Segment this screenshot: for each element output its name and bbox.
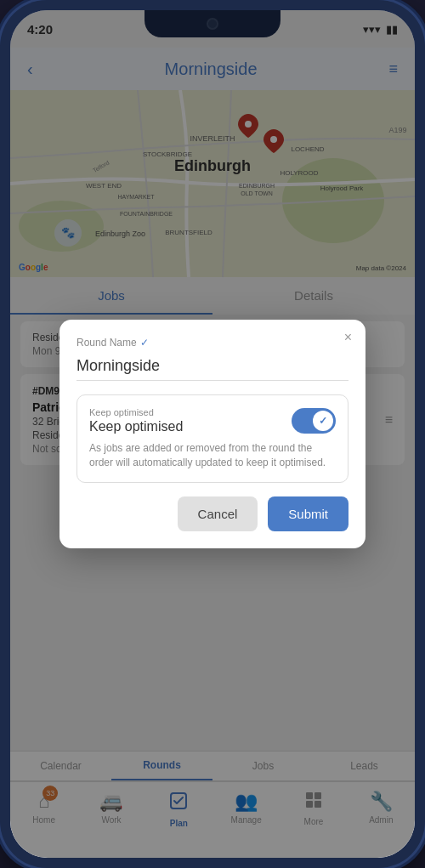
toggle-description: As jobs are added or removed from the ro…: [89, 441, 336, 470]
checkmark-icon: ✓: [140, 337, 149, 349]
round-name-input[interactable]: [76, 352, 348, 381]
submit-button[interactable]: Submit: [268, 496, 348, 531]
modal-buttons: Cancel Submit: [76, 496, 348, 531]
toggle-card: Keep optimised Keep optimised As jobs ar…: [76, 394, 348, 483]
phone-screen: 4:20 ▾▾▾ ▮▮ ‹ Morningside ≡: [10, 10, 415, 858]
toggle-label-group: Keep optimised Keep optimised: [89, 407, 183, 434]
toggle-section-label: Keep optimised: [89, 407, 183, 417]
toggle-card-header: Keep optimised Keep optimised: [89, 407, 336, 434]
modal-dialog: × Round Name ✓ Keep optimised Keep optim…: [60, 320, 366, 548]
round-name-label: Round Name ✓: [76, 337, 348, 349]
round-name-group: Round Name ✓: [76, 337, 348, 381]
phone-frame: 4:20 ▾▾▾ ▮▮ ‹ Morningside ≡: [0, 0, 425, 868]
toggle-main-label: Keep optimised: [89, 419, 183, 434]
keep-optimised-toggle[interactable]: [292, 408, 336, 434]
modal-close-button[interactable]: ×: [344, 330, 352, 345]
modal-overlay: × Round Name ✓ Keep optimised Keep optim…: [10, 10, 415, 858]
toggle-knob: [313, 411, 333, 431]
cancel-button[interactable]: Cancel: [178, 496, 258, 531]
